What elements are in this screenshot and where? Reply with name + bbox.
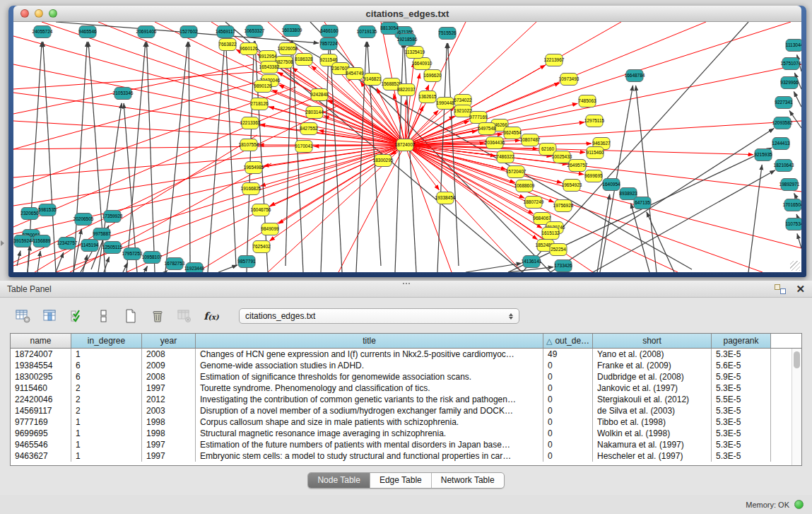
table-selector-dropdown[interactable]: citations_edges.txt [239, 308, 519, 324]
function-builder-button[interactable]: f(x) [202, 308, 220, 325]
network-node[interactable]: 18807249 [524, 197, 544, 209]
network-node[interactable]: 18226058 [278, 43, 298, 55]
network-node[interactable]: 9465546 [78, 26, 97, 38]
table-settings-button[interactable] [14, 308, 33, 325]
panel-collapse-arrow[interactable] [1, 240, 4, 246]
network-node[interactable]: 1244413 [772, 138, 790, 150]
table-row[interactable]: 1938455462009Genome-wide association stu… [11, 360, 801, 371]
network-node[interactable]: 8454749 [346, 68, 364, 80]
split-divider-grip[interactable] [402, 282, 411, 285]
network-node[interactable]: 12975115 [584, 115, 605, 127]
network-node-hub[interactable]: 18724007 [395, 139, 416, 151]
network-node[interactable]: 1696620 [423, 70, 442, 82]
network-node[interactable]: 1733426 [554, 260, 572, 272]
network-node[interactable]: 7486322 [496, 151, 514, 163]
network-node[interactable]: 9777169 [469, 112, 488, 124]
network-node[interactable]: 16543382 [259, 62, 280, 74]
close-panel-icon[interactable]: ✕ [796, 284, 805, 294]
network-node[interactable]: 9857791 [237, 256, 256, 268]
network-node[interactable]: 252254 [550, 244, 567, 256]
column-header-out_de[interactable]: △out_de… [543, 334, 593, 348]
network-node[interactable]: 9115460 [587, 147, 604, 159]
network-node[interactable]: 1107534 [786, 218, 801, 230]
network-node[interactable]: 9660126 [240, 43, 258, 55]
network-node[interactable]: 7857224 [319, 38, 338, 50]
network-node[interactable]: 14136141 [522, 256, 542, 268]
network-node[interactable]: 1990448 [436, 98, 454, 110]
network-node[interactable]: 10719135 [357, 26, 377, 38]
network-node[interactable]: 647135 [634, 197, 651, 209]
network-node[interactable]: 19218586 [397, 34, 418, 46]
window-resize-grip[interactable] [790, 261, 800, 271]
network-node[interactable]: 6497548 [478, 123, 496, 135]
network-node[interactable]: 10807487 [520, 134, 541, 146]
column-header-short[interactable]: short [593, 334, 712, 348]
close-window-button[interactable] [20, 9, 29, 18]
network-node[interactable]: 19338454 [435, 192, 456, 204]
network-node[interactable]: 9699695 [584, 170, 603, 182]
select-all-columns-button[interactable] [68, 308, 86, 325]
network-node[interactable]: 10973493 [559, 74, 579, 86]
zoom-window-button[interactable] [49, 9, 57, 18]
row-height-button[interactable] [95, 308, 113, 325]
network-node[interactable]: 19654923 [562, 180, 582, 192]
network-node[interactable]: 8427552 [300, 123, 318, 135]
network-node[interactable]: 10958107 [142, 252, 163, 264]
network-node[interactable]: 6466160 [320, 25, 339, 37]
memory-status-indicator[interactable] [794, 500, 804, 509]
network-node[interactable]: 8186328 [295, 54, 313, 66]
network-node[interactable]: 12213363 [240, 117, 261, 129]
network-node[interactable]: 24055724 [33, 26, 53, 38]
network-node[interactable]: 17957253 [122, 248, 143, 260]
network-node[interactable]: 3624554 [503, 127, 522, 139]
network-node[interactable]: 11325419 [405, 47, 425, 59]
network-node[interactable]: 9242848 [310, 89, 329, 101]
network-node[interactable]: 9146821 [363, 74, 382, 86]
network-node[interactable]: 16640910 [412, 58, 433, 70]
column-header-year[interactable]: year [142, 334, 196, 348]
network-node[interactable]: 1527602 [180, 26, 198, 38]
tab-node-table[interactable]: Node Table [308, 473, 370, 488]
network-node[interactable]: 15720407 [506, 166, 526, 178]
network-node[interactable]: 6734022 [454, 95, 472, 107]
network-node[interactable]: 8912954 [259, 51, 277, 63]
network-node[interactable]: 12213967 [544, 54, 565, 66]
network-node[interactable]: 18210643 [774, 160, 794, 172]
network-node[interactable]: 7485063 [578, 95, 596, 107]
network-node[interactable]: 21053346 [113, 88, 134, 100]
network-node[interactable]: 9975887 [93, 228, 111, 240]
network-node[interactable]: 9170041 [295, 141, 313, 153]
tab-edge-table[interactable]: Edge Table [370, 473, 432, 488]
network-node[interactable]: 20206505 [73, 214, 94, 226]
network-node[interactable]: 2320650 [20, 208, 39, 220]
network-node[interactable]: 19166825 [241, 183, 261, 195]
network-node[interactable]: 12093582 [772, 117, 793, 129]
table-row[interactable]: 969969511998Structural magnetic resonanc… [11, 428, 801, 439]
network-node[interactable]: 16648784 [625, 70, 645, 82]
network-node[interactable]: 10688609 [514, 180, 535, 192]
table-row[interactable]: 1830029562008Estimation of significance … [11, 371, 801, 382]
network-node[interactable]: 17016504 [783, 199, 801, 211]
network-node[interactable]: 1362615 [418, 91, 437, 103]
network-node[interactable]: 9227341 [775, 97, 793, 109]
table-row[interactable]: 1872400712008Changes of HCN gene express… [11, 349, 801, 360]
column-header-in_degree[interactable]: in_degree [71, 334, 142, 348]
network-node[interactable]: 7515526 [438, 28, 457, 40]
table-row[interactable]: 911546021997Tourette syndrome. Phenomeno… [11, 382, 801, 394]
network-node[interactable]: 16782753 [165, 258, 185, 270]
network-node[interactable]: 9329966 [780, 77, 799, 89]
table-row[interactable]: 946554611997Estimation of the future num… [11, 439, 801, 450]
network-node[interactable]: 2718126 [250, 98, 269, 110]
window-titlebar[interactable]: citations_edges.txt [13, 6, 801, 22]
network-node[interactable]: 7663822 [218, 39, 237, 51]
network-node[interactable]: 17359928 [102, 211, 123, 223]
network-node[interactable]: 7625402 [252, 241, 271, 253]
network-node[interactable]: 9890126 [254, 81, 272, 93]
network-node[interactable]: 9215935 [754, 149, 772, 161]
network-node[interactable]: 26495757 [567, 160, 588, 172]
network-node[interactable]: 19654985 [244, 162, 264, 174]
network-node[interactable]: 16046756 [251, 204, 271, 216]
show-columns-button[interactable] [41, 308, 59, 325]
network-node[interactable]: 12342757 [57, 238, 78, 250]
network-node[interactable]: 9849099 [261, 223, 279, 235]
